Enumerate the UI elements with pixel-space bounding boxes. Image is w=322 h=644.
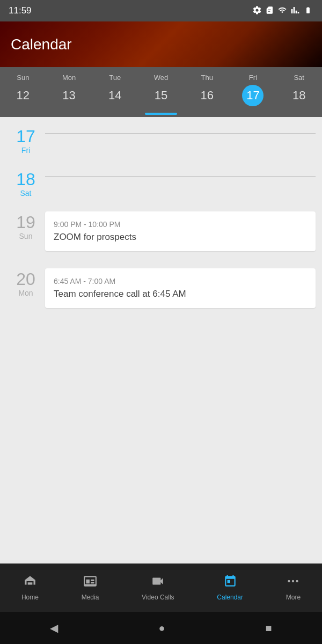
day-name: Mon [46,74,92,82]
nav-icon-calendar [223,574,237,591]
nav-item-home[interactable]: Home [21,574,39,601]
event-time-day19: 9:00 PM - 10:00 PM [54,220,307,229]
day-label-day17: 17 Fri [6,126,45,155]
day-event-section-day20[interactable]: 20 Mon 6:45 AM - 7:00 AM Team conference… [0,260,322,317]
status-icons [252,5,313,17]
event-title-day19: ZOOM for prospects [54,232,307,243]
week-day-14[interactable]: Tue 14 [92,74,138,106]
week-day-18[interactable]: Sat 18 [276,74,322,106]
day-name: Thu [184,74,230,82]
event-card-day19[interactable]: 9:00 PM - 10:00 PM ZOOM for prospects [45,211,316,251]
day-name: Wed [138,74,184,82]
week-days-header: Sun 12 Mon 13 Tue 14 Wed 15 Thu 16 Fri 1… [0,74,322,106]
nav-label-media: Media [82,594,99,601]
week-day-15[interactable]: Wed 15 [138,74,184,106]
nav-icon-media [83,574,97,591]
week-day-17[interactable]: Fri 17 [230,74,276,106]
recents-button[interactable]: ■ [265,622,272,634]
event-time-day20: 6:45 AM - 7:00 AM [54,277,307,286]
svg-point-0 [288,580,290,582]
sim-icon [265,5,274,17]
nav-item-calendar[interactable]: Calendar [217,574,243,601]
day-number: 16 [196,85,218,106]
day-label-day18: 18 Sat [6,169,45,197]
week-day-12[interactable]: Sun 12 [0,74,46,106]
svg-point-2 [296,580,298,582]
day-number: 17 [242,85,264,106]
day-name: Fri [230,74,276,82]
selected-day-indicator [145,113,177,115]
day-section-day17: 17 Fri [0,117,322,160]
nav-label-calendar: Calendar [217,594,243,601]
nav-item-videocalls[interactable]: Video Calls [142,574,174,601]
settings-icon [252,5,262,17]
event-card-day20[interactable]: 6:45 AM - 7:00 AM Team conference call a… [45,268,316,308]
events-list[interactable]: 17 Fri 18 Sat 19 Sun 9:00 PM - 10:00 PM … [0,117,322,573]
day-divider-day17 [45,133,316,134]
day-event-section-day19[interactable]: 19 Sun 9:00 PM - 10:00 PM ZOOM for prosp… [0,203,322,260]
nav-item-more[interactable]: More [286,574,301,601]
day-number: 15 [150,85,172,106]
nav-label-more: More [286,594,301,601]
day-number: 18 [288,85,310,106]
bottom-nav: Home Media Video Calls Calendar More [0,564,322,612]
status-time: 11:59 [9,5,32,16]
nav-icon-more [286,574,300,591]
day-divider-day18 [45,176,316,177]
event-title-day20: Team conference call at 6:45 AM [54,289,307,299]
day-number: 13 [58,85,80,106]
nav-icon-videocalls [151,574,165,591]
wifi-icon [277,6,288,16]
nav-label-home: Home [21,594,39,601]
nav-label-videocalls: Video Calls [142,594,174,601]
app-title: Calendar [11,36,72,53]
nav-item-media[interactable]: Media [82,574,99,601]
system-nav: ◀ ● ■ [0,612,322,644]
status-bar: 11:59 [0,0,322,21]
day-number: 14 [104,85,126,106]
main-content: 17 Fri 18 Sat 19 Sun 9:00 PM - 10:00 PM … [0,117,322,573]
app-header: Calendar [0,21,322,67]
day-name: Tue [92,74,138,82]
home-button[interactable]: ● [158,622,165,634]
nav-icon-home [23,574,37,591]
week-indicator [0,111,322,117]
week-day-13[interactable]: Mon 13 [46,74,92,106]
svg-point-1 [292,580,294,582]
event-day-label-day20: 20 Mon [6,268,45,297]
day-name: Sun [0,74,46,82]
event-day-label-day19: 19 Sun [6,211,45,240]
battery-icon [303,6,313,16]
signal-icon [291,5,299,17]
day-number: 12 [12,85,34,106]
week-day-16[interactable]: Thu 16 [184,74,230,106]
day-section-day18: 18 Sat [0,160,322,203]
back-button[interactable]: ◀ [50,621,58,634]
day-name: Sat [276,74,322,82]
calendar-week-strip: Sun 12 Mon 13 Tue 14 Wed 15 Thu 16 Fri 1… [0,67,322,117]
